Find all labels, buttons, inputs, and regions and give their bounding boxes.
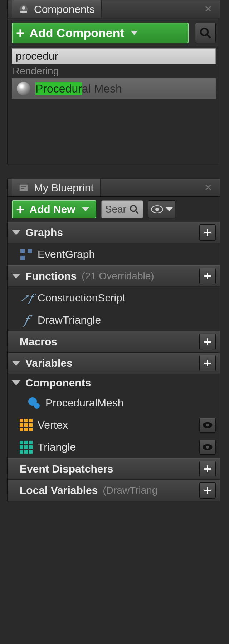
expand-icon xyxy=(12,380,20,385)
section-local-variables[interactable]: Local Variables (DrawTriang + xyxy=(8,480,220,501)
search-input[interactable]: procedur xyxy=(12,48,216,64)
blueprint-search-input[interactable]: Sear xyxy=(101,200,143,218)
result-category: Rendering xyxy=(8,64,220,78)
blueprint-tab[interactable]: My Blueprint xyxy=(12,179,101,196)
add-new-button[interactable]: + Add New xyxy=(12,200,96,218)
add-component-label: Add Component xyxy=(29,26,124,40)
chevron-down-icon xyxy=(82,207,89,211)
array-icon xyxy=(20,419,33,431)
components-title: Components xyxy=(34,3,95,15)
add-function-button[interactable]: + xyxy=(199,268,216,284)
svg-line-9 xyxy=(135,211,138,214)
section-components-sub-label: Components xyxy=(25,377,91,389)
section-graphs-label: Graphs xyxy=(25,226,63,239)
close-icon[interactable]: ✕ xyxy=(204,4,216,15)
eye-icon xyxy=(202,444,213,451)
add-new-label: Add New xyxy=(29,203,75,215)
add-variable-button[interactable]: + xyxy=(199,355,216,371)
variable-proceduralmesh[interactable]: ProceduralMesh xyxy=(8,392,220,414)
visibility-filter-button[interactable] xyxy=(148,200,175,218)
graph-label: EventGraph xyxy=(38,248,95,260)
section-variables-label: Variables xyxy=(25,357,73,369)
svg-point-11 xyxy=(155,208,159,211)
blueprint-panel: My Blueprint ✕ + Add New Sear Graphs + xyxy=(7,179,220,501)
section-components-sub[interactable]: Components xyxy=(8,374,220,392)
svg-point-8 xyxy=(130,206,136,211)
search-button[interactable] xyxy=(195,23,216,43)
blueprint-icon xyxy=(18,183,29,193)
function-drawtriangle[interactable]: 𝑓 DrawTriangle xyxy=(8,309,220,331)
section-event-dispatchers[interactable]: Event Dispatchers + xyxy=(8,458,220,480)
function-label: ConstructionScript xyxy=(38,292,125,304)
svg-rect-12 xyxy=(20,249,25,253)
eye-icon xyxy=(202,421,213,429)
eye-icon xyxy=(151,205,164,214)
graphs-list: EventGraph xyxy=(8,243,220,265)
svg-point-20 xyxy=(206,446,209,449)
variable-vertex[interactable]: Vertex xyxy=(8,414,220,436)
section-graphs[interactable]: Graphs + xyxy=(8,222,220,243)
svg-point-1 xyxy=(22,6,25,9)
sphere-icon xyxy=(28,396,40,409)
functions-list: ↗𝑓 ConstructionScript 𝑓 DrawTriangle xyxy=(8,287,220,331)
svg-point-16 xyxy=(34,403,40,409)
expand-icon xyxy=(12,230,20,235)
section-dispatchers-label: Event Dispatchers xyxy=(20,463,113,475)
svg-rect-7 xyxy=(21,188,24,189)
expand-icon xyxy=(12,274,20,279)
search-result-label: Procedural Mesh xyxy=(35,82,122,95)
variable-components-list: ProceduralMesh Vertex Triangle xyxy=(8,392,220,458)
svg-point-18 xyxy=(206,424,209,426)
components-toolbar: + Add Component xyxy=(8,18,220,46)
section-local-vars-label: Local Variables xyxy=(20,484,98,496)
section-local-vars-hint: (DrawTriang xyxy=(103,485,157,496)
variable-visibility-toggle[interactable] xyxy=(199,418,216,433)
components-tab-bar: Components ✕ xyxy=(8,0,220,18)
blueprint-toolbar: + Add New Sear xyxy=(8,197,220,222)
svg-point-3 xyxy=(201,28,208,35)
add-component-button[interactable]: + Add Component xyxy=(12,23,189,43)
components-panel: Components ✕ + Add Component procedur Re… xyxy=(7,0,220,164)
mesh-icon xyxy=(17,82,30,95)
graph-eventgraph[interactable]: EventGraph xyxy=(8,243,220,265)
function-constructionscript[interactable]: ↗𝑓 ConstructionScript xyxy=(8,287,220,309)
search-result-procedural-mesh[interactable]: Procedural Mesh xyxy=(12,78,216,99)
variable-triangle[interactable]: Triangle xyxy=(8,436,220,458)
svg-rect-6 xyxy=(21,186,26,187)
blueprint-title: My Blueprint xyxy=(34,182,94,194)
blueprint-tab-bar: My Blueprint ✕ xyxy=(8,179,220,197)
variable-label: Vertex xyxy=(38,419,68,431)
components-icon xyxy=(18,4,29,15)
variable-label: Triangle xyxy=(38,441,76,453)
chevron-down-icon xyxy=(131,31,138,35)
close-icon[interactable]: ✕ xyxy=(204,182,216,193)
section-macros[interactable]: Macros + xyxy=(8,331,220,353)
variable-label: ProceduralMesh xyxy=(45,397,123,409)
search-value: procedur xyxy=(16,50,58,62)
section-variables[interactable]: Variables + xyxy=(8,353,220,374)
graph-icon xyxy=(20,248,33,261)
variable-visibility-toggle[interactable] xyxy=(199,440,216,455)
add-macro-button[interactable]: + xyxy=(199,334,216,350)
add-local-var-button[interactable]: + xyxy=(199,482,216,499)
svg-rect-14 xyxy=(20,256,25,260)
search-icon xyxy=(129,204,139,214)
add-dispatcher-button[interactable]: + xyxy=(199,461,216,477)
section-functions-hint: (21 Overridable) xyxy=(82,270,154,282)
function-override-icon: ↗𝑓 xyxy=(20,291,33,304)
blueprint-search-placeholder: Sear xyxy=(105,204,126,215)
svg-rect-13 xyxy=(28,249,32,253)
search-icon xyxy=(199,27,211,39)
expand-icon xyxy=(12,361,20,366)
chevron-down-icon xyxy=(166,207,173,211)
section-macros-label: Macros xyxy=(20,336,57,348)
components-tab[interactable]: Components xyxy=(12,0,102,18)
section-functions-label: Functions xyxy=(25,270,77,282)
svg-rect-2 xyxy=(20,11,27,13)
svg-line-4 xyxy=(207,34,210,38)
function-icon: 𝑓 xyxy=(20,314,33,326)
add-graph-button[interactable]: + xyxy=(199,224,216,241)
array-icon xyxy=(20,441,33,454)
section-functions[interactable]: Functions (21 Overridable) + xyxy=(8,265,220,287)
function-label: DrawTriangle xyxy=(38,314,101,326)
